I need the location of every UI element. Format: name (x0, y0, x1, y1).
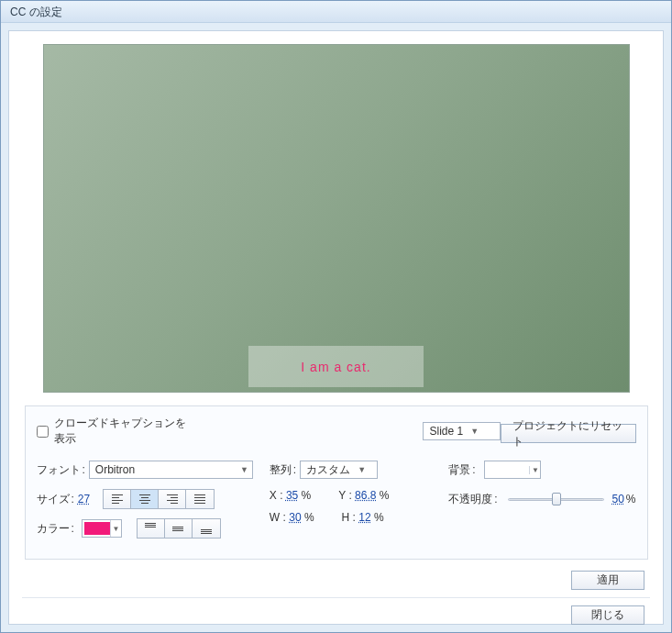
font-value: Orbitron (95, 463, 135, 476)
w-value[interactable]: 30 (289, 511, 301, 524)
opacity-value[interactable]: 50 (611, 493, 623, 505)
size-value[interactable]: 27 (78, 493, 90, 505)
align-mode-value: カスタム (306, 462, 350, 478)
show-cc-checkbox[interactable]: クローズドキャプションを表示 (37, 416, 196, 447)
align-justify-button[interactable] (186, 490, 214, 508)
title-bar: CC の設定 (1, 1, 671, 23)
slide-selector-value: Slide 1 (429, 425, 463, 438)
h-field: H : 12 % (342, 511, 384, 524)
align-right-button[interactable] (159, 490, 186, 508)
bg-color-picker[interactable]: ▼ (484, 461, 541, 479)
size-label: サイズ (37, 492, 70, 507)
caption-preview: I am a cat. (43, 44, 630, 393)
y-value[interactable]: 86.8 (355, 489, 376, 502)
window-title: CC の設定 (10, 6, 62, 18)
client-area: I am a cat. クローズドキャプションを表示 Slide 1 ▼ プロ (8, 30, 664, 625)
valign-top-button[interactable] (138, 519, 165, 538)
slide-selector[interactable]: Slide 1 ▼ (423, 422, 501, 440)
chevron-down-icon: ▼ (529, 466, 540, 474)
align-right-icon (167, 494, 178, 504)
show-cc-label: クローズドキャプションを表示 (54, 416, 196, 447)
chevron-down-icon: ▼ (110, 520, 121, 537)
font-selector[interactable]: Orbitron ▼ (89, 461, 253, 479)
close-button[interactable]: 閉じる (571, 605, 644, 625)
color-swatch-icon (84, 522, 110, 535)
opacity-label: 不透明度 (448, 492, 492, 507)
y-field: Y : 86.8 % (338, 489, 389, 502)
caption-box[interactable]: I am a cat. (248, 346, 424, 387)
slider-thumb[interactable] (552, 493, 561, 505)
align-left-icon (112, 494, 123, 504)
x-field: X : 35 % (270, 489, 311, 502)
valign-bottom-button[interactable] (193, 519, 220, 538)
w-field: W : 30 % (270, 511, 314, 524)
chevron-down-icon: ▼ (358, 465, 366, 474)
valign-middle-button[interactable] (165, 519, 193, 538)
chevron-down-icon: ▼ (470, 427, 479, 436)
opacity-slider[interactable] (508, 491, 604, 507)
apply-button[interactable]: 適用 (571, 571, 644, 590)
reset-to-project-button[interactable]: プロジェクトにリセット (501, 424, 635, 443)
show-cc-input[interactable] (37, 426, 49, 438)
x-value[interactable]: 35 (286, 489, 298, 502)
bg-label: 背景 (448, 462, 470, 478)
color-label: カラー (37, 521, 70, 537)
font-label: フォント (37, 462, 81, 478)
caption-text: I am a cat. (301, 360, 370, 374)
text-align-group (103, 489, 215, 509)
valign-bottom-icon (201, 523, 212, 534)
chevron-down-icon: ▼ (240, 465, 248, 474)
valign-top-icon (145, 523, 156, 534)
align-center-icon (139, 494, 150, 504)
align-center-button[interactable] (131, 490, 159, 508)
vertical-align-group (137, 518, 221, 539)
align-left-button[interactable] (104, 490, 131, 508)
valign-middle-icon (172, 523, 183, 534)
settings-panel: クローズドキャプションを表示 Slide 1 ▼ プロジェクトにリセット (25, 405, 648, 560)
dialog-window: CC の設定 I am a cat. クローズドキャプションを表示 Slide … (0, 0, 672, 633)
align-label: 整列 (270, 462, 292, 478)
align-mode-selector[interactable]: カスタム ▼ (300, 461, 378, 479)
align-justify-icon (194, 494, 205, 504)
h-value[interactable]: 12 (358, 511, 370, 524)
text-color-picker[interactable]: ▼ (82, 519, 122, 538)
